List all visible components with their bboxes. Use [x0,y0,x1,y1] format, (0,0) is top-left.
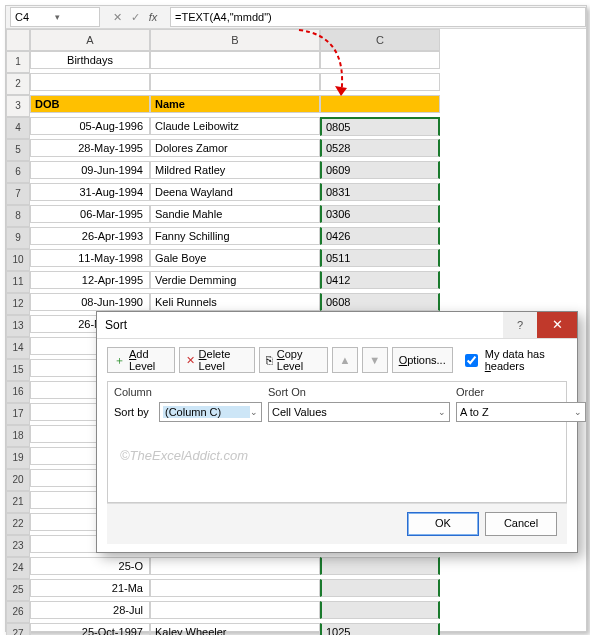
sortby-combo[interactable]: (Column C)⌄ [159,402,262,422]
row-header[interactable]: 26 [6,601,30,623]
order-header: Order [456,386,586,398]
row-header[interactable]: 7 [6,183,30,205]
ok-button[interactable]: OK [407,512,479,536]
column-header: Column [114,386,262,398]
row-header[interactable]: 20 [6,469,30,491]
watermark: ©TheExcelAddict.com [120,448,248,463]
copy-icon: ⎘ [266,354,273,366]
formula-input[interactable]: =TEXT(A4,"mmdd") [170,7,586,27]
row-header[interactable]: 12 [6,293,30,315]
move-up-button: ▲ [332,347,358,373]
close-button[interactable]: ✕ [537,312,577,338]
row-header[interactable]: 27 [6,623,30,635]
add-level-button[interactable]: ＋Add Level [107,347,175,373]
row-header[interactable]: 24 [6,557,30,579]
sort-level-row: Sort by (Column C)⌄ Cell Values⌄ A to Z⌄ [114,402,560,422]
row-header[interactable]: 3 [6,95,30,117]
row-header[interactable]: 21 [6,491,30,513]
col-header-A[interactable]: A [30,29,150,51]
row-header[interactable]: 19 [6,447,30,469]
row-header[interactable]: 1 [6,51,30,73]
row-header[interactable]: 9 [6,227,30,249]
col-header-B[interactable]: B [150,29,320,51]
row-header[interactable]: 11 [6,271,30,293]
col-header-C[interactable]: C [320,29,440,51]
accept-formula-icon[interactable]: ✓ [128,11,142,24]
row-header[interactable]: 22 [6,513,30,535]
row-header[interactable]: 4 [6,117,30,139]
row-header[interactable]: 13 [6,315,30,337]
row-header[interactable]: 18 [6,425,30,447]
plus-icon: ＋ [114,353,125,368]
dialog-titlebar[interactable]: Sort ? ✕ [97,312,577,339]
row-header[interactable]: 8 [6,205,30,227]
formula-buttons: ✕ ✓ fx [104,11,170,24]
chevron-down-icon: ⌄ [574,407,582,417]
cancel-button[interactable]: Cancel [485,512,557,536]
sort-levels-list: Column Sort On Order Sort by (Column C)⌄… [107,381,567,503]
select-all-corner[interactable] [6,29,30,51]
row-header[interactable]: 14 [6,337,30,359]
x-icon: ✕ [186,354,195,367]
chevron-down-icon: ⌄ [250,407,258,417]
sortby-label: Sort by [114,406,156,418]
row-header[interactable]: 5 [6,139,30,161]
sorton-combo[interactable]: Cell Values⌄ [268,402,450,422]
help-button[interactable]: ? [503,312,537,338]
row-header[interactable]: 16 [6,381,30,403]
sort-dialog: Sort ? ✕ ＋Add Level ✕Delete Level ⎘Copy … [96,311,578,553]
sorton-header: Sort On [268,386,450,398]
row-header[interactable]: 17 [6,403,30,425]
row-header[interactable]: 10 [6,249,30,271]
fx-icon[interactable]: fx [146,11,160,24]
cancel-formula-icon[interactable]: ✕ [110,11,124,24]
copy-level-button[interactable]: ⎘Copy Level [259,347,328,373]
dialog-toolbar: ＋Add Level ✕Delete Level ⎘Copy Level ▲ ▼… [107,347,567,373]
options-button[interactable]: Options... [392,347,453,373]
row-header[interactable]: 23 [6,535,30,557]
order-combo[interactable]: A to Z⌄ [456,402,586,422]
row-header[interactable]: 15 [6,359,30,381]
row-header[interactable]: 2 [6,73,30,95]
move-down-button: ▼ [362,347,388,373]
chevron-down-icon[interactable]: ▾ [55,12,95,22]
name-box-value: C4 [15,11,55,23]
formula-bar: C4▾ ✕ ✓ fx =TEXT(A4,"mmdd") [6,6,586,29]
row-header[interactable]: 6 [6,161,30,183]
name-box[interactable]: C4▾ [10,7,100,27]
dialog-title: Sort [97,318,503,332]
row-header[interactable]: 25 [6,579,30,601]
chevron-down-icon: ⌄ [438,407,446,417]
headers-checkbox[interactable]: My data has headers [461,348,567,372]
delete-level-button[interactable]: ✕Delete Level [179,347,255,373]
